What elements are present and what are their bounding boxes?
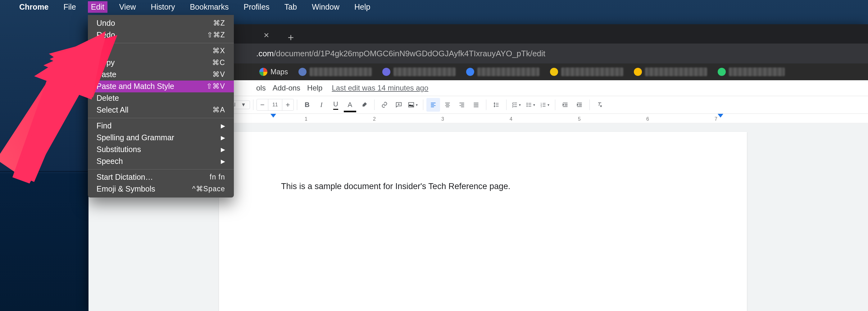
docs-menu-tools-partial[interactable]: ols — [256, 84, 266, 92]
align-center-icon — [444, 102, 451, 108]
bookmark-blurred-label — [394, 67, 456, 76]
last-edit-status[interactable]: Last edit was 14 minutes ago — [332, 84, 428, 92]
checklist-button[interactable]: ▼ — [509, 98, 523, 112]
menu-copy[interactable]: Copy⌘C — [88, 57, 234, 69]
align-justify-button[interactable] — [469, 98, 483, 112]
ruler-tick: 6 — [646, 116, 649, 122]
bulleted-list-button[interactable]: ▼ — [524, 98, 537, 112]
menu-find[interactable]: Find▶ — [88, 120, 234, 132]
indent-marker-right[interactable] — [718, 114, 723, 118]
bookmark-maps[interactable]: Maps — [256, 66, 291, 78]
decrease-indent-button[interactable] — [558, 98, 572, 112]
chevron-down-icon: ▼ — [415, 103, 418, 107]
document-page[interactable]: This is a sample document for Insider's … — [219, 132, 747, 311]
line-spacing-button[interactable] — [490, 98, 503, 112]
toolbar-separator — [555, 100, 555, 110]
docs-menu-addons[interactable]: Add-ons — [273, 84, 300, 92]
bullet-list-icon — [526, 102, 532, 108]
maps-icon — [259, 68, 268, 76]
menu-speech[interactable]: Speech▶ — [88, 156, 234, 167]
menu-cut[interactable]: Cut⌘X — [88, 45, 234, 57]
ruler-tick: 7 — [715, 116, 717, 122]
chevron-down-icon: ▼ — [547, 103, 550, 107]
font-size-value[interactable]: 11 — [268, 99, 282, 110]
menu-bookmarks[interactable]: Bookmarks — [187, 1, 232, 13]
menu-window[interactable]: Window — [309, 1, 343, 13]
toolbar-separator — [506, 100, 506, 110]
docs-menu-help[interactable]: Help — [307, 84, 322, 92]
new-tab-button[interactable]: + — [283, 31, 299, 44]
menu-help[interactable]: Help — [351, 1, 373, 13]
insert-link-button[interactable] — [378, 98, 391, 112]
bookmark-blurred-label — [645, 67, 707, 76]
bookmark-item[interactable] — [295, 66, 375, 78]
insert-image-button[interactable]: ▼ — [406, 98, 420, 112]
font-size-decrease[interactable]: − — [257, 101, 268, 109]
menu-tab[interactable]: Tab — [281, 1, 300, 13]
highlight-color-button[interactable] — [358, 98, 371, 112]
bookmark-icon — [382, 68, 391, 76]
image-icon — [408, 102, 414, 108]
menu-separator — [88, 43, 234, 43]
ruler-tick: 3 — [441, 116, 444, 122]
url-path: /document/d/1P4gk26mpOMGC6inN9wGDdOGJAyf… — [274, 49, 545, 58]
menu-history[interactable]: History — [148, 1, 178, 13]
bookmark-item[interactable] — [631, 66, 710, 78]
menu-spelling[interactable]: Spelling and Grammar▶ — [88, 132, 234, 144]
bookmark-item[interactable] — [379, 66, 459, 78]
menu-paste[interactable]: Paste⌘V — [88, 69, 234, 81]
bookmark-item[interactable] — [463, 66, 542, 78]
toolbar-separator — [374, 100, 375, 110]
link-icon — [381, 102, 388, 108]
bookmark-item[interactable] — [547, 66, 626, 78]
align-left-button[interactable] — [426, 98, 440, 112]
text-color-button[interactable]: A — [343, 98, 357, 112]
chevron-right-icon: ▶ — [221, 122, 225, 130]
font-size-increase[interactable]: + — [282, 101, 293, 109]
menu-undo[interactable]: Undo⌘Z — [88, 18, 234, 29]
ruler-tick: 2 — [373, 116, 376, 122]
browser-tab[interactable]: × — [256, 27, 277, 44]
bookmark-icon — [634, 68, 642, 76]
comment-icon — [395, 102, 402, 108]
menu-delete[interactable]: Delete — [88, 92, 234, 104]
menu-paste-match-style[interactable]: Paste and Match Style⇧⌘V — [88, 81, 234, 92]
bookmark-item[interactable] — [715, 66, 788, 78]
align-center-button[interactable] — [441, 98, 454, 112]
bookmark-label: Maps — [271, 68, 288, 76]
app-name[interactable]: Chrome — [16, 1, 52, 13]
bookmark-blurred-label — [729, 67, 785, 76]
highlighter-icon — [361, 102, 368, 108]
numbered-list-button[interactable]: 123▼ — [538, 98, 552, 112]
menu-file[interactable]: File — [60, 1, 79, 13]
svg-text:3: 3 — [541, 106, 542, 108]
bookmark-icon — [718, 68, 726, 76]
menu-substitutions[interactable]: Substitutions▶ — [88, 144, 234, 156]
tab-close-icon[interactable]: × — [264, 30, 269, 40]
increase-indent-button[interactable] — [573, 98, 586, 112]
svg-point-2 — [526, 104, 527, 105]
menu-dictation[interactable]: Start Dictation…fn fn — [88, 171, 234, 183]
clear-format-icon — [596, 102, 603, 108]
italic-button[interactable]: I — [315, 98, 328, 112]
menu-redo[interactable]: Redo⇧⌘Z — [88, 29, 234, 41]
menu-select-all[interactable]: Select All⌘A — [88, 104, 234, 116]
menu-profiles[interactable]: Profiles — [240, 1, 272, 13]
menu-view[interactable]: View — [116, 1, 139, 13]
menu-emoji[interactable]: Emoji & Symbols^⌘Space — [88, 183, 234, 195]
ruler-tick: 4 — [509, 116, 513, 122]
underline-button[interactable]: U — [329, 98, 343, 112]
bookmark-blurred-label — [477, 67, 539, 76]
add-comment-button[interactable] — [392, 98, 406, 112]
align-justify-icon — [473, 102, 479, 108]
chevron-right-icon: ▶ — [221, 146, 225, 153]
toolbar-separator — [253, 100, 253, 110]
chevron-down-icon: ▼ — [518, 103, 521, 107]
clear-formatting-button[interactable] — [593, 98, 607, 112]
align-right-button[interactable] — [455, 98, 469, 112]
indent-decrease-icon — [562, 102, 568, 108]
bold-button[interactable]: B — [300, 98, 314, 112]
toolbar-separator — [486, 100, 486, 110]
menu-edit[interactable]: Edit Undo⌘Z Redo⇧⌘Z Cut⌘X Copy⌘C Paste⌘V… — [88, 1, 107, 13]
indent-marker-left[interactable] — [271, 114, 276, 118]
